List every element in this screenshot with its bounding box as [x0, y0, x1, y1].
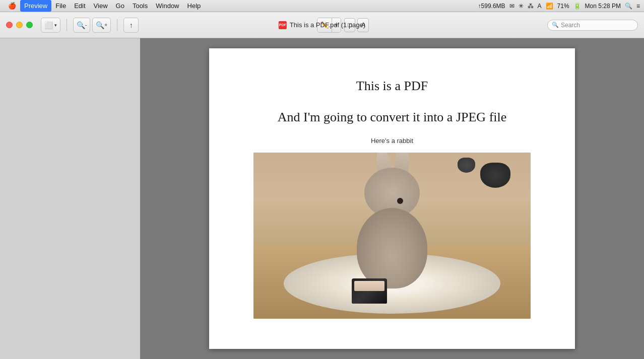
- menu-tools[interactable]: Tools: [128, 0, 152, 12]
- titlebar: ⬜ ▾ 🔍- 🔍+ ↑ PDF This is a PDF.pdf (1 pag…: [0, 12, 644, 38]
- menu-window[interactable]: Window: [152, 0, 183, 12]
- clock: Mon 5:28 PM: [585, 3, 621, 10]
- ring-box-interior: [354, 281, 384, 291]
- left-sidebar: [0, 38, 140, 359]
- wifi-icon: 📶: [546, 3, 553, 10]
- apple-menu[interactable]: 🍎: [4, 0, 20, 12]
- menu-help[interactable]: Help: [183, 0, 205, 12]
- minimize-button[interactable]: [16, 22, 23, 28]
- zoom-out-icon: 🔍-: [77, 21, 87, 29]
- pdf-subtitle: And I'm going to convert it into a JPEG …: [278, 110, 507, 125]
- maximize-button[interactable]: [26, 22, 33, 28]
- zoom-section: 🔍- 🔍+: [73, 18, 111, 33]
- search-icon[interactable]: 🔍: [625, 3, 632, 10]
- search-container: 🔍 Search: [547, 20, 638, 31]
- battery-icon: 🔋: [573, 3, 581, 10]
- menu-edit[interactable]: Edit: [70, 0, 89, 12]
- search-bar[interactable]: 🔍 Search: [547, 20, 638, 31]
- close-button[interactable]: [6, 22, 13, 28]
- separator-2: [117, 19, 117, 31]
- battery-pct: 71%: [557, 3, 569, 10]
- search-placeholder-text: Search: [561, 22, 580, 29]
- font-icon: A: [538, 3, 542, 10]
- sidebar-toggle-section: ⬜ ▾: [41, 18, 60, 33]
- menubar-right: ↑599.6MB ✉ ✳ ⁂ A 📶 71% 🔋 Mon 5:28 PM 🔍 ≡: [478, 3, 640, 10]
- zoom-in-button[interactable]: 🔍+: [92, 18, 111, 33]
- menu-bar: 🍎 Preview File Edit View Go Tools Window…: [0, 0, 644, 12]
- pdf-file-icon: PDF: [279, 21, 287, 29]
- rabbit-eye: [397, 198, 403, 204]
- zoom-out-button[interactable]: 🔍-: [73, 18, 90, 33]
- dark-object-1: [480, 163, 510, 188]
- menu-view[interactable]: View: [90, 0, 112, 12]
- rabbit-body: [357, 208, 427, 289]
- ring-box: [352, 278, 387, 304]
- main-area: This is a PDF And I'm going to convert i…: [0, 38, 644, 359]
- dark-object-2: [458, 158, 475, 173]
- share-button[interactable]: ↑: [123, 18, 139, 33]
- dropdown-arrow-icon: ▾: [54, 23, 57, 28]
- traffic-lights: [6, 22, 33, 28]
- menu-file[interactable]: File: [51, 0, 70, 12]
- search-magnifier-icon: 🔍: [552, 22, 559, 28]
- window-title-text: This is a PDF.pdf (1 page): [290, 21, 365, 29]
- mail-icon: ✉: [509, 3, 514, 10]
- pdf-title: This is a PDF: [356, 79, 428, 94]
- activity-icon: ✳: [519, 3, 524, 10]
- pdf-content-area[interactable]: This is a PDF And I'm going to convert i…: [140, 38, 644, 359]
- sidebar-toggle-button[interactable]: ⬜ ▾: [41, 18, 60, 33]
- sidebar-icon: ⬜: [44, 21, 53, 29]
- menu-go[interactable]: Go: [112, 0, 128, 12]
- share-icon: ↑: [130, 21, 133, 29]
- separator-1: [67, 19, 67, 31]
- network-icon: ↑599.6MB: [478, 3, 505, 10]
- pdf-page: This is a PDF And I'm going to convert i…: [209, 48, 575, 349]
- window-title: PDF This is a PDF.pdf (1 page): [279, 21, 365, 29]
- pdf-caption: Here's a rabbit: [371, 137, 413, 145]
- rabbit-image: [253, 153, 531, 319]
- zoom-in-icon: 🔍+: [96, 21, 107, 29]
- more-icon: ⁂: [528, 3, 534, 10]
- list-icon[interactable]: ≡: [636, 3, 640, 10]
- menu-preview[interactable]: Preview: [20, 0, 51, 12]
